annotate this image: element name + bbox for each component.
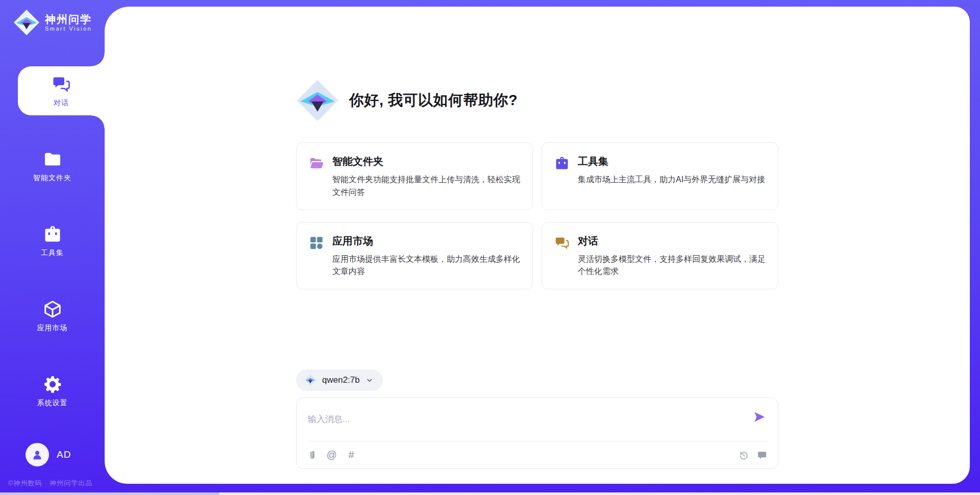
chat-icon <box>52 75 71 94</box>
brand-title: 神州问学 <box>45 13 92 26</box>
send-icon <box>753 410 766 424</box>
card-description: 智能文件夹功能支持批量文件上传与清洗，轻松实现文件问答 <box>332 174 521 199</box>
grid-icon <box>309 235 324 251</box>
card-description: 应用市场提供丰富长文本模板，助力高效生成多样化文章内容 <box>332 253 521 279</box>
card-smart-folder[interactable]: 智能文件夹 智能文件夹功能支持批量文件上传与清洗，轻松实现文件问答 <box>296 142 533 210</box>
horizontal-scrollbar[interactable] <box>0 492 980 495</box>
user-profile[interactable]: AD <box>26 443 71 466</box>
card-chat[interactable]: 对话 灵活切换多模型文件，支持多样回复效果调试，满足个性化需求 <box>542 222 778 290</box>
composer-toolbar: @ # <box>307 441 768 468</box>
model-selector[interactable]: qwen2:7b <box>296 369 383 391</box>
sidebar-item-toolset[interactable]: 工具集 <box>0 216 105 265</box>
app-logo-icon <box>13 9 40 36</box>
user-name: AD <box>57 449 71 460</box>
message-input[interactable] <box>307 406 742 433</box>
history-icon[interactable] <box>738 450 749 461</box>
card-title: 应用市场 <box>332 234 521 248</box>
card-title: 对话 <box>578 234 767 248</box>
sidebar-item-app-market[interactable]: 应用市场 <box>0 291 105 340</box>
folder-open-icon <box>309 156 324 171</box>
card-description: 集成市场上主流工具，助力AI与外界无缝扩展与对接 <box>578 174 765 186</box>
copyright-text: ©神州数码 · 神州问学出品 <box>8 479 92 488</box>
sidebar-item-label: 应用市场 <box>37 324 68 333</box>
toolbox-icon <box>43 225 62 244</box>
chat-bubble-icon[interactable] <box>756 450 768 461</box>
cube-icon <box>43 300 62 319</box>
greeting-block: 你好, 我可以如何帮助你? <box>296 79 778 122</box>
sidebar-item-label: 系统设置 <box>37 399 68 408</box>
message-composer: @ # <box>296 398 778 469</box>
card-title: 智能文件夹 <box>332 155 521 168</box>
chat-icon <box>554 235 570 251</box>
attach-file-icon[interactable] <box>307 450 318 461</box>
card-toolset[interactable]: 工具集 集成市场上主流工具，助力AI与外界无缝扩展与对接 <box>542 142 778 210</box>
scrollbar-thumb[interactable] <box>0 492 219 495</box>
sidebar-item-smart-folder[interactable]: 智能文件夹 <box>0 141 105 190</box>
sidebar-item-settings[interactable]: 系统设置 <box>0 366 105 415</box>
card-app-market[interactable]: 应用市场 应用市场提供丰富长文本模板，助力高效生成多样化文章内容 <box>296 222 533 290</box>
brand: 神州问学 Smart Vision <box>13 9 92 36</box>
sidebar-item-label: 对话 <box>54 98 69 108</box>
sidebar-nav: 对话 智能文件夹 工具集 <box>0 66 105 441</box>
feature-cards: 智能文件夹 智能文件夹功能支持批量文件上传与清洗，轻松实现文件问答 工具集 集成… <box>296 142 778 289</box>
avatar <box>26 443 49 466</box>
app-root: 神州问学 Smart Vision 对话 智能文件夹 <box>0 0 980 495</box>
mention-icon[interactable]: @ <box>326 450 337 461</box>
sidebar: 神州问学 Smart Vision 对话 智能文件夹 <box>0 0 105 495</box>
chevron-down-icon <box>365 376 374 384</box>
toolbox-icon <box>554 156 570 171</box>
assistant-logo-icon <box>296 79 339 122</box>
sidebar-item-chat[interactable]: 对话 <box>18 66 105 115</box>
model-logo-icon <box>304 374 316 386</box>
gear-icon <box>43 375 62 394</box>
folder-icon <box>43 150 62 169</box>
sidebar-item-label: 智能文件夹 <box>33 174 71 183</box>
send-button[interactable] <box>752 410 767 425</box>
greeting-title: 你好, 我可以如何帮助你? <box>349 90 518 111</box>
card-title: 工具集 <box>578 155 765 168</box>
card-description: 灵活切换多模型文件，支持多样回复效果调试，满足个性化需求 <box>578 253 767 279</box>
brand-subtitle: Smart Vision <box>45 26 92 32</box>
main-panel: 你好, 我可以如何帮助你? 智能文件夹 智能文件夹功能支持批量文件上传与清洗，轻… <box>105 7 970 484</box>
sidebar-item-label: 工具集 <box>41 249 64 258</box>
hashtag-icon[interactable]: # <box>346 450 357 461</box>
model-name: qwen2:7b <box>322 375 360 385</box>
